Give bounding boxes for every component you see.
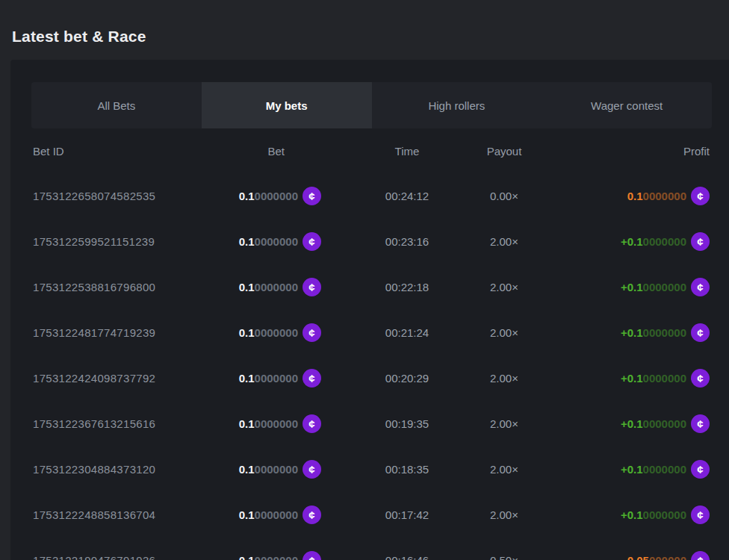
profit-amount-trailing-zeros: 0000000 <box>643 372 686 385</box>
table-row[interactable]: 1753122190476791936 0.10000000 ¢ 00:16:4… <box>10 538 729 560</box>
bet-id-value: 1753122538816796800 <box>33 281 246 293</box>
bet-amount-main: 0.1 <box>239 190 255 202</box>
bet-cell: 0.10000000 ¢ <box>246 505 359 524</box>
column-header-bet-id: Bet ID <box>33 145 246 158</box>
cent-coin-icon: ¢ <box>691 323 710 342</box>
bet-time: 00:24:12 <box>359 190 456 202</box>
bet-amount-main: 0.1 <box>239 554 255 560</box>
profit-amount: 0.05000000 <box>627 554 686 560</box>
profit-cell: +0.10000000 ¢ <box>553 278 729 296</box>
page-header: Latest bet & Race <box>0 0 729 46</box>
bet-amount-trailing-zeros: 0000000 <box>255 190 298 202</box>
bet-cell: 0.10000000 ¢ <box>246 187 359 205</box>
column-header-profit: Profit <box>553 145 729 158</box>
profit-amount-main: +0.1 <box>621 372 643 385</box>
profit-amount: +0.10000000 <box>621 235 686 248</box>
tab-my-bets[interactable]: My bets <box>202 82 372 128</box>
profit-cell: +0.10000000 ¢ <box>553 414 729 433</box>
bet-amount-trailing-zeros: 0000000 <box>255 508 298 521</box>
profit-amount: +0.10000000 <box>621 508 686 521</box>
profit-amount-main: +0.1 <box>621 235 643 248</box>
cent-coin-icon: ¢ <box>303 278 321 296</box>
table-row[interactable]: 1753122304884373120 0.10000000 ¢ 00:18:3… <box>10 447 729 492</box>
bet-time: 00:22:18 <box>359 281 456 293</box>
tab-label: Wager contest <box>591 99 663 112</box>
cent-coin-icon: ¢ <box>691 369 710 388</box>
tab-high-rollers[interactable]: High rollers <box>372 82 542 128</box>
profit-amount: +0.10000000 <box>621 326 686 339</box>
bet-id-value: 1753122304884373120 <box>33 463 246 476</box>
profit-cell: 0.10000000 ¢ <box>553 187 729 205</box>
profit-amount-main: +0.1 <box>621 508 643 521</box>
bet-amount-main: 0.1 <box>239 372 255 385</box>
bet-id-value: 1753122367613215616 <box>33 417 246 430</box>
bet-amount-trailing-zeros: 0000000 <box>255 463 298 476</box>
profit-amount-trailing-zeros: 0000000 <box>643 326 686 339</box>
bet-payout: 2.00× <box>456 235 553 248</box>
page-title: Latest bet & Race <box>12 27 717 46</box>
cent-coin-icon: ¢ <box>691 187 710 205</box>
bet-time: 00:21:24 <box>359 326 456 339</box>
table-row[interactable]: 1753122481774719239 0.10000000 ¢ 00:21:2… <box>10 310 729 355</box>
tab-label: All Bets <box>97 99 135 112</box>
bet-payout: 2.00× <box>456 281 553 293</box>
table-row[interactable]: 1753122599521151239 0.10000000 ¢ 00:23:1… <box>10 219 729 264</box>
tab-label: My bets <box>266 99 308 112</box>
bet-cell: 0.10000000 ¢ <box>246 369 359 388</box>
bet-id-value: 1753122190476791936 <box>33 554 246 560</box>
profit-amount-trailing-zeros: 0000000 <box>643 508 686 521</box>
bet-payout: 2.00× <box>456 508 553 521</box>
profit-cell: +0.10000000 ¢ <box>553 232 729 251</box>
cent-coin-icon: ¢ <box>303 551 321 560</box>
profit-amount-main: +0.1 <box>621 326 643 339</box>
column-header-bet: Bet <box>246 145 359 158</box>
bet-time: 00:19:35 <box>359 417 456 430</box>
bet-amount-main: 0.1 <box>239 235 255 248</box>
table-row[interactable]: 1753122658074582535 0.10000000 ¢ 00:24:1… <box>10 173 729 219</box>
bet-amount: 0.10000000 <box>239 554 298 560</box>
bet-cell: 0.10000000 ¢ <box>246 414 359 433</box>
bet-amount-main: 0.1 <box>239 508 255 521</box>
bet-payout: 2.00× <box>456 463 553 476</box>
bet-amount-trailing-zeros: 0000000 <box>255 326 298 339</box>
tab-bar: All Bets My bets High rollers Wager cont… <box>31 82 712 128</box>
table-row[interactable]: 1753122367613215616 0.10000000 ¢ 00:19:3… <box>10 401 729 447</box>
cent-coin-icon: ¢ <box>303 232 321 251</box>
bet-payout: 2.00× <box>456 326 553 339</box>
cent-coin-icon: ¢ <box>691 551 710 560</box>
bet-amount-trailing-zeros: 0000000 <box>255 554 298 560</box>
profit-amount-trailing-zeros: 0000000 <box>643 190 686 202</box>
bet-amount-main: 0.1 <box>239 463 255 476</box>
profit-cell: +0.10000000 ¢ <box>553 369 729 388</box>
profit-amount-main: 0.1 <box>627 190 643 202</box>
table-row[interactable]: 1753122538816796800 0.10000000 ¢ 00:22:1… <box>10 264 729 310</box>
bet-amount-trailing-zeros: 0000000 <box>255 372 298 385</box>
table-body: 1753122658074582535 0.10000000 ¢ 00:24:1… <box>10 173 729 560</box>
profit-amount-main: +0.1 <box>621 281 643 293</box>
bet-time: 00:20:29 <box>359 372 456 385</box>
bet-cell: 0.10000000 ¢ <box>246 232 359 251</box>
profit-amount-main: +0.1 <box>621 417 643 430</box>
bet-payout: 2.00× <box>456 372 553 385</box>
profit-cell: +0.10000000 ¢ <box>553 323 729 342</box>
table-row[interactable]: 1753122424098737792 0.10000000 ¢ 00:20:2… <box>10 355 729 401</box>
profit-amount-trailing-zeros: 0000000 <box>643 417 686 430</box>
profit-cell: +0.10000000 ¢ <box>553 460 729 479</box>
bet-time: 00:23:16 <box>359 235 456 248</box>
profit-cell: +0.10000000 ¢ <box>553 505 729 524</box>
tab-all-bets[interactable]: All Bets <box>31 82 202 128</box>
bet-amount: 0.10000000 <box>239 372 298 385</box>
bet-id-value: 1753122424098737792 <box>33 372 246 385</box>
bet-amount: 0.10000000 <box>239 463 298 476</box>
profit-cell: 0.05000000 ¢ <box>553 551 729 560</box>
cent-coin-icon: ¢ <box>691 460 710 479</box>
cent-coin-icon: ¢ <box>691 232 710 251</box>
table-row[interactable]: 1753122248858136704 0.10000000 ¢ 00:17:4… <box>10 492 729 538</box>
tab-label: High rollers <box>428 99 485 112</box>
cent-coin-icon: ¢ <box>303 323 321 342</box>
profit-amount-main: 0.05 <box>627 554 649 560</box>
tab-wager-contest[interactable]: Wager contest <box>542 82 712 128</box>
profit-amount: +0.10000000 <box>621 372 686 385</box>
bet-amount: 0.10000000 <box>239 190 298 202</box>
table-header-row: Bet ID Bet Time Payout Profit <box>10 128 729 173</box>
